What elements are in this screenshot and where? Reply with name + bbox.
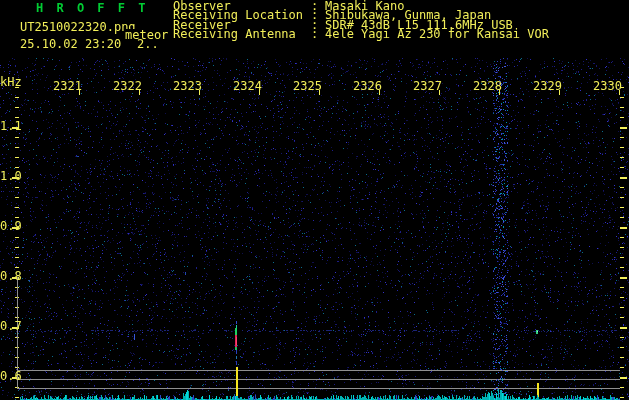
- x-tick-label: 2321: [48, 80, 82, 92]
- x-tick-label: 2328: [468, 80, 502, 92]
- x-tick-label: 2322: [108, 80, 142, 92]
- y-tick-label: 0.8: [0, 270, 21, 282]
- info-value: 4ele Yagi Az 230 for Kansai VOR: [325, 30, 549, 39]
- app-title: H R O F F T: [36, 2, 148, 14]
- spectrogram-canvas: [0, 0, 629, 400]
- x-tick-label: 2323: [168, 80, 202, 92]
- x-tick-label: 2325: [288, 80, 322, 92]
- x-tick-label: 2329: [528, 80, 562, 92]
- y-tick-label: 0.6: [0, 370, 21, 382]
- x-tick-label: 2324: [228, 80, 262, 92]
- datetime-label: 25.10.02 23:20: [20, 38, 121, 50]
- y-tick-label: 1.1: [0, 120, 21, 132]
- filename-label: UT2510022320.png: [20, 21, 136, 33]
- y-tick-label: 0.9: [0, 220, 21, 232]
- y-axis-unit-label: kHz: [0, 76, 22, 88]
- info-label: Receiving Antenna: [173, 30, 304, 39]
- y-tick-label: 0.7: [0, 320, 21, 332]
- x-tick-label: 2330: [588, 80, 622, 92]
- x-tick-label: 2327: [408, 80, 442, 92]
- x-tick-label: 2326: [348, 80, 382, 92]
- hrofft-screen: H R O F F T UT2510022320.png meteor 25.1…: [0, 0, 629, 400]
- info-row-antenna: Receiving Antenna:4ele Yagi Az 230 for K…: [173, 30, 549, 39]
- colon-separator: :: [304, 30, 325, 39]
- station-info: Observer:Masaki Kano Receiving Location:…: [173, 2, 549, 40]
- y-tick-label: 1.0: [0, 170, 21, 182]
- counter-label: 2..: [137, 38, 159, 50]
